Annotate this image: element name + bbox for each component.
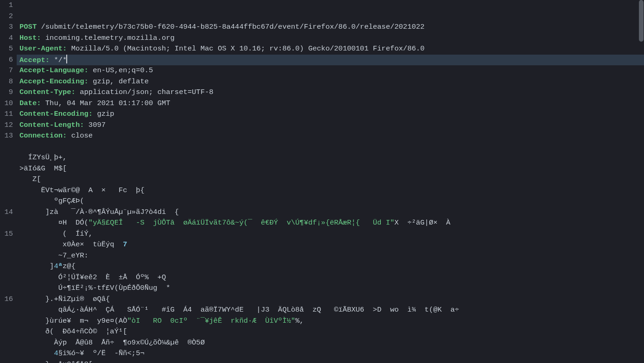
token: "òI RO 0cIº ¨¯¥jêÊ rkñd·Æ ÙîVºÌ½" [127,317,296,325]
line-number: 8 [0,76,13,88]
code-line: ËVt¬wãr©@ A × Fc þ{ [17,185,644,196]
code-line: POST /submit/telemetry/b73c75b0-f620-494… [17,22,644,33]
code-line: Accept-Encoding: gzip, deflate [17,76,644,88]
token: qâÁ¿·àÁH^ ÇÁ SÅÓ¨¹ #îG Á4 aã®Ï7WY^dE |J3… [19,306,459,314]
token: ËVt¬wãr©@ A × Fc þ{ [19,186,145,194]
line-number [0,163,13,175]
token: ª [58,262,63,270]
code-line: Host: incoming.telemetry.mozilla.org [17,33,644,44]
line-number [0,174,13,185]
code-line: User-Agent: Mozilla/5.0 (Macintosh; Inte… [17,44,644,55]
line-number [0,261,13,272]
code-line: Ó²¦ÚÏ¥eê2 È ±Å Óº% +Q [17,272,644,283]
line-number-gutter: 12345678910111213141516 [0,0,17,363]
code-area[interactable]: POST /submit/telemetry/b73c75b0-f620-494… [17,0,644,363]
token: ] [19,262,54,270]
token: X ÷²äG|Ø× À [394,219,450,227]
token: ( ÍíÝ, [19,230,93,238]
token: Z[ [19,175,41,183]
line-number: 1 [0,0,13,11]
token: Thu, 04 Mar 2021 01:17:00 GMT [41,99,170,107]
line-number: 5 [0,44,13,55]
line-number [0,239,13,250]
token: Mozilla/5.0 (Macintosh; Intel Mac OS X 1… [67,44,424,53]
code-line: Ú÷¶ïË²¡%-tf£V(ÙpÉðÕ0Ñug * [17,283,644,294]
line-number: 11 [0,109,13,120]
code-line: }.+ÑiZµi® øQâ{ [17,294,644,305]
line-number [0,316,13,327]
code-line: Connection: close [17,131,644,142]
code-line: Àýp Å@û8 Åñ÷ ¶o9x©Ú¿õÒ¼&µê ®Ò5Ø [17,338,644,349]
code-line: Content-Type: application/json; charset=… [17,87,644,98]
token: ~7_eYR: [19,251,88,260]
token: ºgFÇÆÞ( [19,197,84,205]
token: %, [295,317,304,325]
line-number [0,142,13,153]
token: } åx0ôfå8[ [19,360,93,363]
token: ¤H DÓ( [19,219,88,227]
token: Content-Type: [19,88,76,96]
code-line: ~7_eYR: [17,250,644,262]
code-line: >äIó&G M$[ [17,163,644,175]
line-number [0,196,13,207]
code-editor[interactable]: 12345678910111213141516 POST /submit/tel… [0,0,644,363]
token: Accept-Language: [19,66,88,75]
text-cursor [66,55,67,63]
token: */* [50,56,67,64]
scrollbar-track[interactable] [638,0,644,363]
code-line: ( ÍíÝ, [17,229,644,240]
token: }ùrúe¥ m¬ y9e¤(AÒ [19,317,127,325]
token: close [67,131,93,140]
code-line: ]4ªz@{ [17,261,644,272]
code-line: Z[ [17,174,644,185]
line-number [0,152,13,163]
line-number [0,305,13,316]
line-number: 15 [0,229,13,240]
token: 4 [54,262,58,270]
token: Content-Encoding: [19,110,93,118]
token [19,349,54,357]
code-line [17,142,644,153]
line-number: 2 [0,11,13,22]
token: User-Agent: [19,44,67,53]
line-number: 12 [0,120,13,131]
code-line: ¤H DÓ("yÄ§£QEÎ -S jÙÔTā øÄáïÜÏvãt7ô&~ý(¯… [17,218,644,229]
code-line: Date: Thu, 04 Mar 2021 01:17:00 GMT [17,98,644,109]
token: application/json; charset=UTF-8 [76,88,214,96]
line-number: 16 [0,294,13,305]
line-number [0,185,13,196]
line-number [0,218,13,229]
code-line: 4§i%ó~¥ º/Ë -Ññ<;5¬ [17,348,644,359]
code-line: Content-Encoding: gzip [17,109,644,120]
token: POST [19,23,37,31]
token: Date: [19,99,41,107]
token: ð( Ðô4÷ñCÒ© ¦aÝ¹[ [19,327,127,336]
code-line: ð( Ðô4÷ñCÒ© ¦aÝ¹[ [17,326,644,338]
token: >äIó&G M$[ [19,164,67,173]
token: §i%ó~¥ º/Ë -Ññ<;5¬ [58,349,145,357]
line-number [0,250,13,262]
code-line: Accept-Language: en-US,en;q=0.5 [17,65,644,76]
token: Host: [19,34,41,42]
token: Accept-Encoding: [19,77,88,86]
token: Connection: [19,131,67,140]
token: incoming.telemetry.mozilla.org [41,34,175,42]
token: z@{ [63,262,76,270]
line-number: 7 [0,65,13,76]
token: gzip, deflate [88,77,149,86]
line-number: 3 [0,22,13,33]
line-number: 13 [0,131,13,142]
code-line: ]zà ¯/À·®^¶ÂÝuÅµ¨µ»ãJ?ò4di { [17,207,644,218]
token: ÍZYsÜ¸þ+, [19,153,67,162]
token: 7 [123,240,127,249]
line-number: 6 [0,55,13,66]
token: gzip [93,110,114,118]
line-number: 14 [0,207,13,218]
token: Accept: [19,56,50,64]
scrollbar-thumb[interactable] [639,0,644,42]
code-line: } åx0ôfå8[ [17,359,644,363]
line-number [0,272,13,283]
token: "yÄ§£QEÎ -S jÙÔTā øÄáïÜÏvãt7ô&~ý(¯ ê€ÐÝ … [88,219,394,227]
code-line: Content-Length: 3097 [17,120,644,131]
code-line: qâÁ¿·àÁH^ ÇÁ SÅÓ¨¹ #îG Á4 aã®Ï7WY^dE |J3… [17,305,644,316]
